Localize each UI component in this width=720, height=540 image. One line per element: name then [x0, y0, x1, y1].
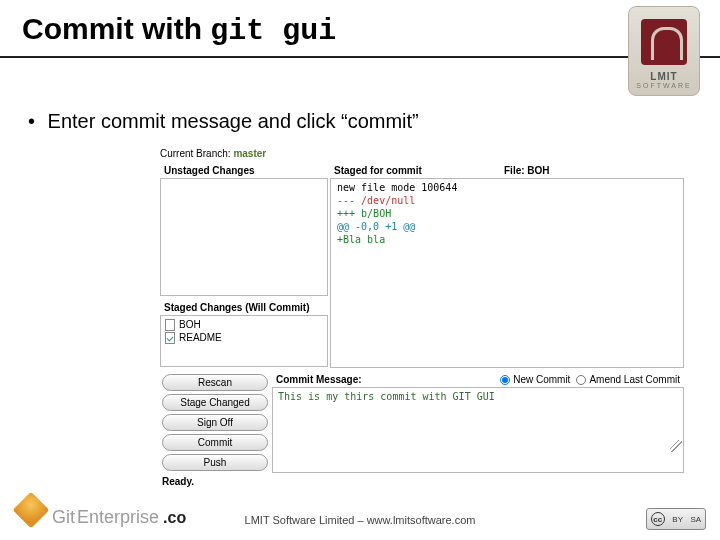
status-bar: Ready.	[160, 473, 684, 490]
branch-label: Current Branch:	[160, 148, 231, 159]
new-commit-radio-input[interactable]	[500, 375, 510, 385]
sign-off-button[interactable]: Sign Off	[162, 414, 268, 431]
diff-line-added-file: +++ b/BOH	[337, 207, 677, 220]
cc-by-label: BY	[672, 515, 683, 524]
brand-name: LMIT	[650, 71, 677, 82]
slide-title-prefix: Commit with	[22, 12, 210, 45]
diff-line-added: +Bla bla	[337, 233, 677, 246]
stage-changed-button-label: Stage Changed	[180, 397, 250, 408]
commit-button[interactable]: Commit	[162, 434, 268, 451]
unstaged-changes-pane[interactable]	[160, 178, 328, 296]
cc-license-badge: cc BY SA	[646, 508, 706, 530]
rescan-button-label: Rescan	[198, 377, 232, 388]
branch-indicator: Current Branch: master	[160, 148, 684, 159]
amend-commit-radio-label: Amend Last Commit	[589, 374, 680, 385]
diff-header-left: Staged for commit	[330, 163, 500, 178]
diff-line-removed: --- /dev/null	[337, 194, 677, 207]
git-gui-screenshot: Current Branch: master Unstaged Changes …	[160, 148, 684, 478]
push-button-label: Push	[204, 457, 227, 468]
file-icon	[165, 319, 175, 331]
commit-message-input[interactable]	[272, 387, 684, 473]
bullet-text: Enter commit message and click “commit”	[48, 110, 419, 132]
staged-changes-pane[interactable]: BOH README	[160, 315, 328, 367]
commit-button-label: Commit	[198, 437, 232, 448]
push-button[interactable]: Push	[162, 454, 268, 471]
cc-sa-label: SA	[691, 515, 702, 524]
new-commit-radio[interactable]: New Commit	[500, 374, 570, 385]
action-button-stack: Rescan Stage Changed Sign Off Commit Pus…	[160, 372, 270, 473]
diff-header-right: File: BOH	[500, 163, 684, 178]
sign-off-button-label: Sign Off	[197, 417, 233, 428]
unstaged-label: Unstaged Changes	[160, 163, 328, 178]
resize-grip-icon[interactable]	[670, 440, 682, 452]
commit-message-label: Commit Message:	[276, 374, 362, 385]
slide-title: Commit with git gui	[22, 12, 336, 48]
staged-file-row[interactable]: BOH	[165, 318, 323, 331]
staged-file-name: BOH	[179, 318, 201, 331]
slide-title-code: git gui	[210, 14, 336, 48]
diff-pane[interactable]: new file mode 100644 --- /dev/null +++ b…	[330, 178, 684, 368]
staged-label: Staged Changes (Will Commit)	[160, 300, 328, 315]
footer-attribution: LMIT Software Limited – www.lmitsoftware…	[0, 514, 720, 526]
new-commit-radio-label: New Commit	[513, 374, 570, 385]
staged-file-row[interactable]: README	[165, 331, 323, 344]
amend-commit-radio-input[interactable]	[576, 375, 586, 385]
brand-logo: LMIT SOFTWARE	[628, 6, 700, 96]
bullet-dot: •	[28, 110, 42, 133]
brand-logo-icon	[641, 19, 687, 65]
staged-file-name: README	[179, 331, 222, 344]
commit-message-header: Commit Message: New Commit Amend Last Co…	[272, 372, 684, 387]
bullet-line: • Enter commit message and click “commit…	[28, 110, 419, 133]
stage-changed-button[interactable]: Stage Changed	[162, 394, 268, 411]
diff-line-mode: new file mode 100644	[337, 181, 677, 194]
file-icon	[165, 332, 175, 344]
brand-subtitle: SOFTWARE	[636, 82, 691, 89]
amend-commit-radio[interactable]: Amend Last Commit	[576, 374, 680, 385]
title-divider	[0, 56, 720, 58]
rescan-button[interactable]: Rescan	[162, 374, 268, 391]
branch-name: master	[233, 148, 266, 159]
cc-icon: cc	[651, 512, 665, 526]
diff-line-hunk: @@ -0,0 +1 @@	[337, 220, 677, 233]
diff-header: Staged for commit File: BOH	[330, 163, 684, 178]
